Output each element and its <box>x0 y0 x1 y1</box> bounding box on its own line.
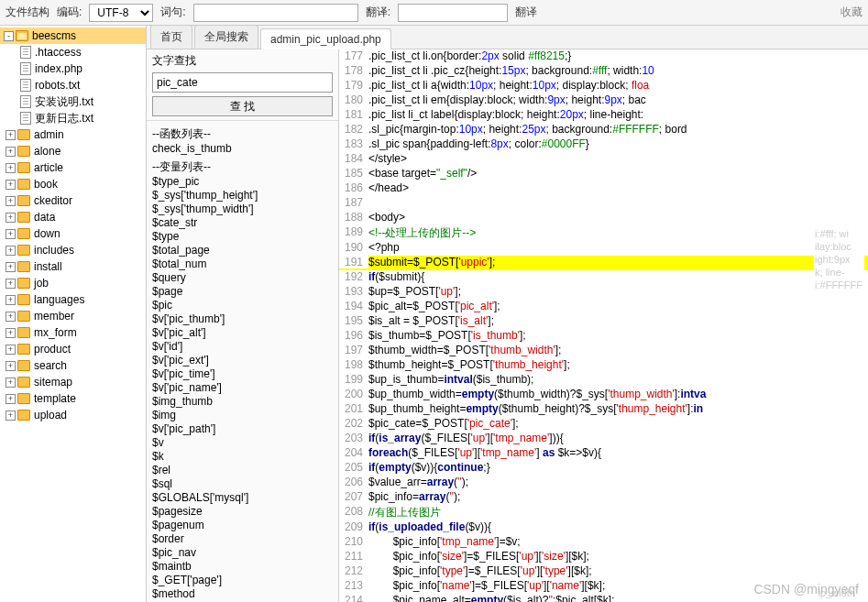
tree-folder[interactable]: +article <box>0 159 146 176</box>
var-item[interactable]: $v <box>152 436 333 450</box>
code-line[interactable]: 178.pic_list_ct li .pic_cz{height:15px; … <box>339 64 868 79</box>
expand-icon[interactable]: + <box>5 229 16 239</box>
code-line[interactable]: 182.sl_pic{margin-top:10px; height:25px;… <box>339 123 868 137</box>
expand-icon[interactable]: + <box>5 279 16 289</box>
code-line[interactable]: 189<!--处理上传的图片--> <box>339 225 868 241</box>
tree-folder[interactable]: +template <box>0 390 146 407</box>
var-item[interactable]: $pagenum <box>152 519 333 532</box>
code-line[interactable]: 211 $pic_info['size']=$_FILES['up']['siz… <box>339 550 868 564</box>
code-line[interactable]: 193$up=$_POST['up']; <box>339 285 868 300</box>
expand-icon[interactable]: + <box>5 378 16 388</box>
tree-folder[interactable]: +member <box>0 308 146 324</box>
var-item[interactable]: $rel <box>152 464 333 477</box>
expand-icon[interactable]: + <box>5 130 16 140</box>
expand-icon[interactable]: + <box>5 328 16 338</box>
code-line[interactable]: 194$pic_alt=$_POST['pic_alt']; <box>339 300 868 314</box>
tree-folder[interactable]: +mx_form <box>0 324 146 341</box>
tree-folder[interactable]: +data <box>0 209 146 225</box>
translate-input[interactable] <box>398 4 508 22</box>
code-line[interactable]: 201$up_thumb_height=empty($thumb_height)… <box>339 402 868 417</box>
code-line[interactable]: 213 $pic_info['name']=$_FILES['up']['nam… <box>339 579 868 594</box>
code-editor[interactable]: i:#fff; wiilay:blocight:9pxk; line-i:#FF… <box>339 49 868 602</box>
tab[interactable]: 首页 <box>150 26 192 49</box>
tree-folder[interactable]: +includes <box>0 242 146 258</box>
tree-file[interactable]: index.php <box>0 60 146 77</box>
var-item[interactable]: $query <box>152 271 333 285</box>
var-item[interactable]: $order <box>152 532 333 546</box>
tree-folder[interactable]: +sitemap <box>0 374 146 390</box>
tab[interactable]: admin_pic_upload.php <box>260 28 391 49</box>
var-item[interactable]: $total_page <box>152 244 333 257</box>
code-line[interactable]: 181.pic_list li_ct label{display:block; … <box>339 108 868 123</box>
expand-icon[interactable]: + <box>5 361 16 371</box>
var-item[interactable]: $sql <box>152 477 333 491</box>
expand-icon[interactable]: + <box>5 295 16 305</box>
code-line[interactable]: 191$submit=$_POST['uppic']; <box>339 256 868 270</box>
tree-folder[interactable]: +product <box>0 341 146 357</box>
tree-file[interactable]: robots.txt <box>0 77 146 93</box>
code-line[interactable]: 207$pic_info=array(''); <box>339 490 868 505</box>
var-item[interactable]: $_sys['thump_width'] <box>152 202 333 216</box>
expand-icon[interactable]: + <box>5 196 16 206</box>
expand-icon[interactable]: + <box>5 147 16 157</box>
tree-folder[interactable]: +install <box>0 258 146 275</box>
tree-folder[interactable]: +ckeditor <box>0 192 146 209</box>
func-item[interactable]: check_is_thumb <box>152 142 333 156</box>
code-line[interactable]: 199$up_is_thumb=intval($is_thumb); <box>339 373 868 388</box>
var-item[interactable]: $pagesize <box>152 505 333 519</box>
var-item[interactable]: $GLOBALS['mysql'] <box>152 491 333 505</box>
var-item[interactable]: $v['pic_thumb'] <box>152 312 333 326</box>
file-tree[interactable]: -beescms.htaccessindex.phprobots.txt安装说明… <box>0 26 147 602</box>
code-line[interactable]: 197$thumb_width=$_POST['thumb_width']; <box>339 344 868 358</box>
var-item[interactable]: $pic_nav <box>152 546 333 560</box>
var-item[interactable]: $total_num <box>152 257 333 271</box>
code-line[interactable]: 206$value_arr=array(''); <box>339 476 868 490</box>
tree-folder[interactable]: +upload <box>0 407 146 423</box>
var-item[interactable]: $page <box>152 285 333 299</box>
var-item[interactable]: $img_thumb <box>152 395 333 409</box>
code-line[interactable]: 192if($submit){ <box>339 270 868 285</box>
var-item[interactable]: $method <box>152 587 333 601</box>
code-line[interactable]: 188<body> <box>339 211 868 225</box>
var-item[interactable]: $v['pic_path'] <box>152 422 333 436</box>
search-input[interactable] <box>152 72 333 93</box>
collapse-icon[interactable]: - <box>4 31 14 41</box>
code-line[interactable]: 210 $pic_info['tmp_name']=$v; <box>339 535 868 550</box>
var-item[interactable]: $v['pic_alt'] <box>152 326 333 340</box>
expand-icon[interactable]: + <box>5 410 16 421</box>
tab[interactable]: 全局搜索 <box>194 26 258 49</box>
code-line[interactable]: 204foreach($_FILES['up']['tmp_name'] as … <box>339 446 868 461</box>
expand-icon[interactable]: + <box>5 394 16 404</box>
expand-icon[interactable]: + <box>5 246 16 256</box>
code-line[interactable]: 208//有图上传图片 <box>339 505 868 520</box>
var-item[interactable]: $v['pic_ext'] <box>152 354 333 367</box>
var-item[interactable]: $_GET['page'] <box>152 574 333 587</box>
favorite-button[interactable]: 收藏 <box>841 5 863 20</box>
search-button[interactable]: 查 找 <box>152 96 333 116</box>
expand-icon[interactable]: + <box>5 213 16 223</box>
code-line[interactable]: 196$is_thumb=$_POST['is_thumb']; <box>339 329 868 344</box>
code-line[interactable]: 205if(empty($v)){continue;} <box>339 461 868 476</box>
tree-folder[interactable]: +languages <box>0 291 146 308</box>
code-line[interactable]: 195$is_alt = $_POST['is_alt']; <box>339 314 868 329</box>
tree-root[interactable]: -beescms <box>0 27 146 44</box>
var-item[interactable]: $v['id'] <box>152 340 333 354</box>
code-line[interactable]: 200$up_thumb_width=empty($thumb_width)?$… <box>339 388 868 402</box>
code-line[interactable]: 180.pic_list_ct li em{display:block; wid… <box>339 93 868 108</box>
expand-icon[interactable]: + <box>5 180 16 190</box>
code-line[interactable]: 186</head> <box>339 181 868 196</box>
expand-icon[interactable]: + <box>5 345 16 355</box>
tree-folder[interactable]: +admin <box>0 126 146 143</box>
tree-folder[interactable]: +alone <box>0 143 146 159</box>
expand-icon[interactable]: + <box>5 312 16 322</box>
code-line[interactable]: 183.sl_pic span{padding-left:8px; color:… <box>339 137 868 152</box>
translate-button[interactable]: 翻译 <box>515 5 537 20</box>
var-item[interactable]: $type_pic <box>152 175 333 189</box>
code-line[interactable]: 202$pic_cate=$_POST['pic_cate']; <box>339 417 868 432</box>
code-line[interactable]: 212 $pic_info['type']=$_FILES['up']['typ… <box>339 564 868 579</box>
code-line[interactable]: 198$thumb_height=$_POST['thumb_height']; <box>339 358 868 373</box>
var-item[interactable]: $_sys['thump_height'] <box>152 189 333 202</box>
code-line[interactable]: 214 $pic_name_alt=empty($is_alt)?'':$pic… <box>339 594 868 602</box>
expand-icon[interactable]: + <box>5 163 16 173</box>
var-item[interactable]: $pic <box>152 299 333 312</box>
